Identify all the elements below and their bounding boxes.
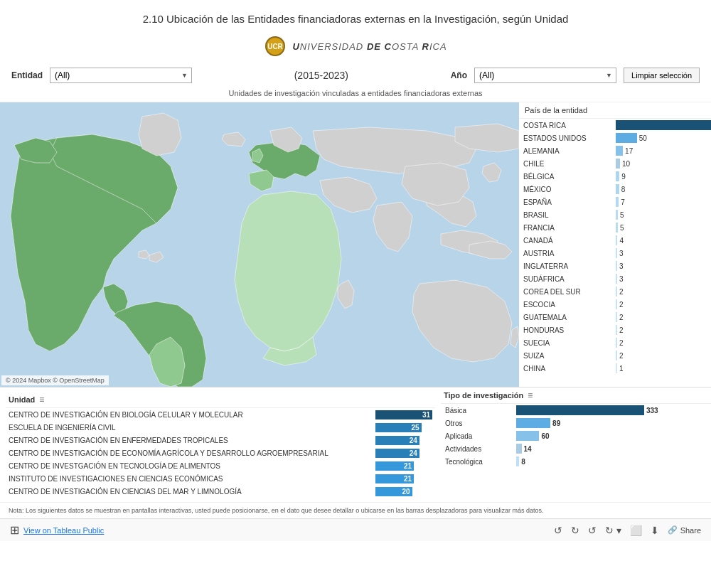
unit-bar-row[interactable]: ESCUELA DE INGENIERÍA CIVIL 25 — [6, 421, 435, 434]
country-bar-container: 1 — [616, 363, 711, 373]
country-bar-container: 370 — [616, 120, 711, 130]
tipo-bar-row[interactable]: Básica 333 — [441, 404, 711, 417]
unit-bar-row[interactable]: CENTRO DE INVESTIGACIÓN EN ENFERMEDADES … — [6, 434, 435, 447]
tipo-bar-fill — [516, 418, 550, 428]
back-button[interactable]: ↺ — [588, 525, 597, 536]
unit-bar-row[interactable]: CENTRO DE INVESTIGACIÓN EN BIOLOGÍA CELU… — [6, 408, 435, 421]
unit-bar-container: 21 — [375, 474, 432, 483]
subtitle: Unidades de investigación vinculadas a e… — [0, 87, 711, 102]
country-bar-fill — [616, 120, 711, 130]
tipo-bar-row[interactable]: Actividades 14 — [441, 442, 711, 455]
share-label: Share — [680, 526, 701, 535]
unit-bar-row[interactable]: INSTITUTO DE INVESTIGACIONES EN CIENCIAS… — [6, 472, 435, 485]
world-map-svg — [0, 102, 519, 387]
device-button[interactable]: ⬜ — [630, 525, 642, 536]
country-bar-container: 2 — [616, 338, 711, 348]
country-bar-row[interactable]: COREA DEL SUR 2 — [519, 285, 711, 298]
country-bar-container: 4 — [616, 235, 711, 245]
tipo-label: Otros — [445, 419, 516, 427]
map-attribution: © 2024 Mapbox © OpenStreetMap — [1, 375, 109, 385]
country-bar-fill — [616, 146, 623, 156]
ano-select[interactable]: (All) — [474, 68, 616, 83]
unit-chart-header: Unidad ≡ — [6, 392, 435, 408]
logo-area: UCR UNIVERSIDAD DE COSTA RICA — [0, 31, 711, 63]
country-bar-row[interactable]: ESPAÑA 7 — [519, 196, 711, 208]
country-bar-row[interactable]: CHINA 1 — [519, 362, 711, 375]
country-bar-row[interactable]: SUIZA 2 — [519, 349, 711, 362]
tipo-bar-value: 14 — [524, 445, 532, 453]
country-bar-row[interactable]: ESTADOS UNIDOS 50 — [519, 132, 711, 144]
country-bar-row[interactable]: CHILE 10 — [519, 157, 711, 170]
tipo-bar-fill — [516, 456, 519, 466]
ano-filter-label: Año — [451, 70, 467, 80]
country-bar-value: 10 — [622, 160, 630, 168]
country-label: FRANCIA — [523, 224, 616, 232]
country-bar-row[interactable]: ESCOCIA 2 — [519, 298, 711, 311]
share-button[interactable]: 🔗 Share — [668, 525, 701, 535]
main-content: © 2024 Mapbox © OpenStreetMap País de la… — [0, 102, 711, 387]
country-bar-value: 4 — [619, 237, 624, 245]
bottom-section: Unidad ≡ CENTRO DE INVESTIGACIÓN EN BIOL… — [0, 387, 711, 502]
unit-bar-fill: 24 — [375, 449, 419, 458]
country-bar-row[interactable]: INGLATERRA 3 — [519, 260, 711, 272]
country-bar-fill — [616, 338, 617, 348]
country-bar-row[interactable]: BRASIL 5 — [519, 208, 711, 221]
country-bar-row[interactable]: CANADÁ 4 — [519, 234, 711, 247]
unit-sort-icon[interactable]: ≡ — [39, 395, 44, 405]
world-map-container[interactable]: © 2024 Mapbox © OpenStreetMap — [0, 102, 519, 387]
country-chart-header: País de la entidad ≡ — [519, 102, 711, 119]
unit-name-label: INSTITUTO DE INVESTIGACIONES EN CIENCIAS… — [9, 475, 375, 483]
country-bar-fill — [616, 133, 637, 143]
unit-bar-container: 25 — [375, 423, 432, 432]
country-bar-value: 5 — [620, 224, 624, 232]
country-bar-row[interactable]: MÉXICO 8 — [519, 183, 711, 196]
country-bar-container: 5 — [616, 223, 711, 232]
country-bar-fill — [616, 287, 617, 296]
country-bar-row[interactable]: FRANCIA 5 — [519, 221, 711, 234]
country-bar-row[interactable]: SUECIA 2 — [519, 336, 711, 349]
tipo-bar-row[interactable]: Otros 89 — [441, 417, 711, 429]
country-bar-value: 50 — [639, 134, 647, 142]
country-bar-row[interactable]: AUSTRIA 3 — [519, 247, 711, 260]
country-bar-fill — [616, 351, 617, 360]
country-label: COSTA RICA — [523, 122, 616, 129]
country-label: CANADÁ — [523, 237, 616, 245]
tipo-bar-container: 8 — [516, 456, 707, 466]
country-bar-fill — [616, 197, 619, 207]
tipo-label: Actividades — [445, 445, 516, 453]
country-bar-row[interactable]: GUATEMALA 2 — [519, 311, 711, 324]
download-button[interactable]: ⬇ — [651, 525, 659, 536]
country-label: GUATEMALA — [523, 314, 616, 321]
tipo-bar-value: 60 — [541, 432, 549, 440]
tipo-chart-section: Tipo de investigación ≡ Básica 333 Otros… — [441, 387, 711, 502]
country-bar-fill — [616, 274, 617, 284]
unit-bar-row[interactable]: CENTRO DE INVESTIGACIÓN DE ECONOMÍA AGRÍ… — [6, 447, 435, 459]
entidad-select[interactable]: (All) — [50, 68, 192, 83]
country-bar-value: 2 — [619, 314, 624, 321]
tipo-bar-row[interactable]: Aplicada 60 — [441, 429, 711, 442]
forward-button[interactable]: ↻ ▾ — [605, 525, 621, 536]
undo-button[interactable]: ↺ — [554, 525, 562, 536]
country-bar-container: 50 — [616, 133, 711, 143]
country-label: BÉLGICA — [523, 173, 616, 181]
view-on-tableau-link[interactable]: View on Tableau Public — [23, 526, 104, 535]
clear-selection-button[interactable]: Limpiar selección — [624, 68, 700, 83]
unit-bar-fill: 21 — [375, 461, 414, 471]
unit-bar-row[interactable]: CENTRO DE INVESTIGACIÓN EN CIENCIAS DEL … — [6, 485, 435, 498]
tipo-bar-row[interactable]: Tecnológica 8 — [441, 455, 711, 468]
country-bar-fill — [616, 312, 617, 322]
entidad-select-wrapper[interactable]: (All) — [50, 68, 192, 83]
tipo-sort-icon[interactable]: ≡ — [528, 390, 533, 400]
country-bar-row[interactable]: HONDURAS 2 — [519, 324, 711, 336]
country-bar-row[interactable]: BÉLGICA 9 — [519, 170, 711, 183]
country-label: CHILE — [523, 160, 616, 168]
country-label: HONDURAS — [523, 326, 616, 334]
unit-bar-row[interactable]: CENTRO DE INVESTGACIÓN EN TECNOLOGÍA DE … — [6, 459, 435, 472]
country-bar-row[interactable]: ALEMANIA 17 — [519, 144, 711, 157]
country-bar-row[interactable]: COSTA RICA 370 — [519, 119, 711, 132]
country-bar-container: 3 — [616, 248, 711, 258]
tipo-bar-container: 89 — [516, 418, 707, 428]
country-bar-row[interactable]: SUDÁFRICA 3 — [519, 272, 711, 285]
ano-select-wrapper[interactable]: (All) — [474, 68, 616, 83]
redo-button[interactable]: ↻ — [571, 525, 579, 536]
